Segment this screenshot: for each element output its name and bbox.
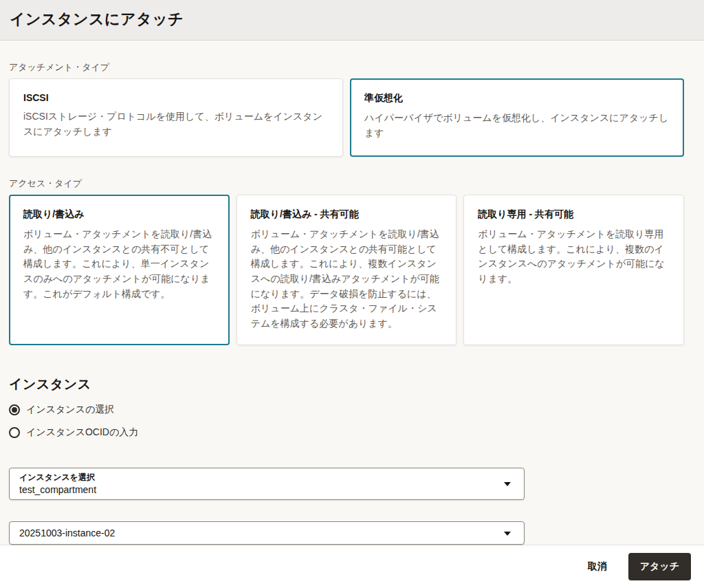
radio-button-icon[interactable]	[9, 404, 20, 415]
page-title: インスタンスにアタッチ	[10, 9, 694, 30]
compartment-select-label: インスタンスを選択	[19, 472, 494, 483]
radio-enter-instance-ocid[interactable]: インスタンスOCIDの入力	[9, 426, 684, 439]
option-description: ボリューム・アタッチメントを読取り専用として構成します。これにより、複数のインス…	[478, 227, 670, 287]
option-description: ハイパーバイザでボリュームを仮想化し、インスタンスにアタッチします	[364, 111, 670, 140]
option-title: 読取り/書込み - 共有可能	[251, 208, 443, 221]
access-type-option-read-write-shareable[interactable]: 読取り/書込み - 共有可能 ボリューム・アタッチメントを読取り/書込み、他のイ…	[236, 195, 457, 345]
option-description: ボリューム・アタッチメントを読取り/書込み、他のインスタンスとの共有可能として構…	[251, 227, 443, 331]
dialog-body: アタッチメント・タイプ ISCSI iSCSIストレージ・プロトコルを使用して、…	[0, 41, 704, 545]
option-title: 読取り専用 - 共有可能	[478, 208, 670, 221]
chevron-down-icon	[504, 482, 511, 486]
cancel-button[interactable]: 取消	[585, 555, 610, 578]
radio-label: インスタンスの選択	[26, 404, 114, 416]
attach-volume-dialog: インスタンスにアタッチ アタッチメント・タイプ ISCSI iSCSIストレージ…	[0, 0, 704, 588]
compartment-select[interactable]: インスタンスを選択 test_compartment	[9, 468, 525, 500]
attachment-type-option-iscsi[interactable]: ISCSI iSCSIストレージ・プロトコルを使用して、ボリュームをインスタンス…	[9, 78, 343, 157]
instance-select[interactable]: 20251003-instance-02	[9, 521, 525, 545]
dialog-footer: 取消 アタッチ	[0, 545, 704, 588]
access-type-label: アクセス・タイプ	[9, 177, 684, 190]
instance-section-heading: インスタンス	[9, 375, 684, 393]
radio-select-instance[interactable]: インスタンスの選択	[9, 404, 684, 416]
radio-button-icon[interactable]	[9, 427, 20, 438]
access-type-options: 読取り/書込み ボリューム・アタッチメントを読取り/書込み、他のインスタンスとの…	[9, 195, 684, 345]
option-title: 準仮想化	[364, 92, 670, 105]
access-type-option-read-only-shareable[interactable]: 読取り専用 - 共有可能 ボリューム・アタッチメントを読取り専用として構成します…	[463, 195, 684, 345]
compartment-select-value: test_compartment	[19, 484, 494, 495]
option-description: iSCSIストレージ・プロトコルを使用して、ボリュームをインスタンスにアタッチし…	[23, 109, 329, 139]
chevron-down-icon	[504, 532, 511, 536]
instance-select-value: 20251003-instance-02	[19, 527, 494, 538]
option-description: ボリューム・アタッチメントを読取り/書込み、他のインスタンスとの共有不可として構…	[23, 227, 215, 301]
attachment-type-option-paravirtualized[interactable]: 準仮想化 ハイパーバイザでボリュームを仮想化し、インスタンスにアタッチします	[350, 78, 684, 157]
option-title: 読取り/書込み	[23, 208, 215, 221]
dialog-header: インスタンスにアタッチ	[0, 0, 704, 41]
access-type-option-read-write[interactable]: 読取り/書込み ボリューム・アタッチメントを読取り/書込み、他のインスタンスとの…	[9, 195, 230, 345]
radio-label: インスタンスOCIDの入力	[26, 426, 138, 439]
option-title: ISCSI	[23, 92, 329, 103]
attachment-type-options: ISCSI iSCSIストレージ・プロトコルを使用して、ボリュームをインスタンス…	[9, 78, 684, 157]
attachment-type-label: アタッチメント・タイプ	[9, 61, 684, 74]
attach-button[interactable]: アタッチ	[628, 553, 691, 580]
